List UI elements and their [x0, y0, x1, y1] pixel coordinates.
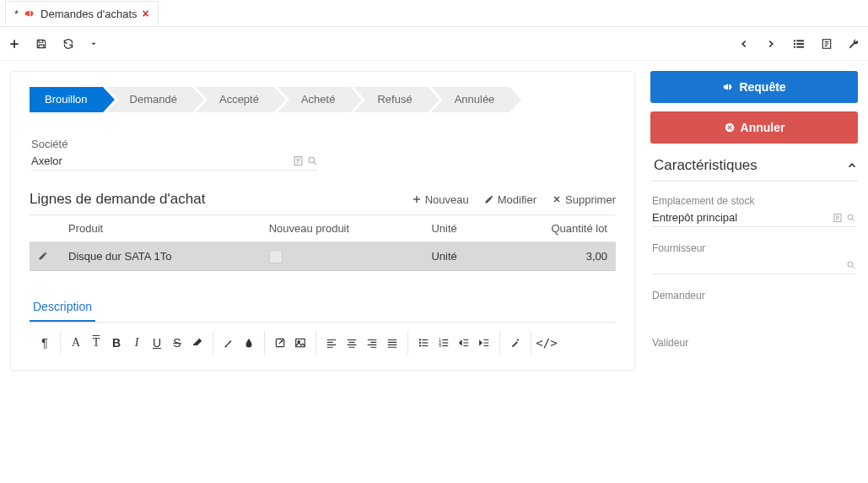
add-button[interactable]: [8, 38, 20, 50]
company-value: Axelor: [31, 155, 62, 167]
checkbox-new-product[interactable]: [269, 250, 283, 263]
cancel-button[interactable]: Annuler: [650, 111, 858, 144]
tab-title: Demandes d'achats: [40, 8, 137, 20]
svg-rect-15: [422, 342, 428, 343]
tab-dirty-marker: *: [14, 8, 19, 20]
italic-icon[interactable]: I: [127, 333, 147, 353]
tint-icon[interactable]: [239, 333, 259, 353]
main-toolbar: [0, 27, 868, 61]
cell-new-product: [261, 242, 423, 271]
align-center-icon[interactable]: [342, 333, 362, 353]
col-new-product[interactable]: Nouveau produit: [261, 215, 423, 242]
strikethrough-icon[interactable]: S: [167, 333, 187, 353]
svg-rect-0: [794, 40, 795, 41]
tab-purchase-requests[interactable]: * Demandes d'achats ×: [5, 1, 159, 25]
supplier-value-row[interactable]: [652, 256, 856, 274]
lines-edit-button[interactable]: Modifier: [484, 193, 536, 206]
svg-point-16: [419, 345, 421, 346]
delete-icon: [552, 194, 562, 204]
lines-header: Lignes de demande d'achat Nouveau Modifi…: [30, 191, 616, 208]
form-view-button[interactable]: [821, 38, 833, 50]
table-row[interactable]: Disque dur SATA 1To Unité 3,00: [30, 242, 616, 271]
prev-record-button[interactable]: [738, 38, 750, 50]
requester-label: Demandeur: [652, 290, 856, 301]
refresh-button[interactable]: [62, 38, 74, 50]
align-left-icon[interactable]: [321, 333, 342, 353]
richtext-toolbar: ¶ A T B I U S: [30, 331, 616, 355]
col-qty[interactable]: Quantité lot: [494, 215, 616, 242]
font-icon[interactable]: A: [66, 333, 86, 353]
brush-icon[interactable]: [218, 333, 239, 353]
bold-icon[interactable]: B: [106, 333, 127, 353]
col-product[interactable]: Produit: [60, 215, 261, 242]
lines-table: Produit Nouveau produit Unité Quantité l…: [30, 214, 616, 271]
svg-rect-2: [794, 43, 795, 45]
stock-location-label: Emplacement de stock: [652, 195, 856, 207]
indent-icon[interactable]: [474, 333, 494, 353]
main-card: Brouillon Demandé Accepté Acheté Refusé …: [10, 71, 635, 371]
list-ol-icon[interactable]: 123: [434, 333, 454, 353]
col-unit[interactable]: Unité: [423, 215, 493, 242]
content-area: Brouillon Demandé Accepté Acheté Refusé …: [0, 61, 868, 381]
stock-location-value-row[interactable]: Entrepôt principal: [652, 209, 856, 227]
align-right-icon[interactable]: [362, 333, 382, 353]
validator-value[interactable]: [652, 350, 856, 369]
step-requested[interactable]: Demandé: [106, 87, 192, 112]
more-dropdown[interactable]: [89, 40, 98, 48]
eraser-icon[interactable]: [187, 333, 208, 353]
table-header-row: Produit Nouveau produit Unité Quantité l…: [30, 215, 616, 242]
svg-rect-1: [796, 40, 804, 41]
lines-title: Lignes de demande d'achat: [30, 191, 205, 208]
list-ul-icon[interactable]: [413, 333, 434, 353]
svg-rect-4: [794, 46, 795, 47]
supplier-label: Fournisseur: [652, 242, 856, 254]
align-justify-icon[interactable]: [382, 333, 402, 353]
image-icon[interactable]: [290, 333, 310, 353]
pencil-icon: [484, 194, 494, 204]
svg-rect-19: [442, 339, 448, 339]
search-icon[interactable]: [846, 213, 856, 223]
code-icon[interactable]: </>: [536, 333, 557, 353]
svg-point-14: [419, 341, 421, 343]
link-icon[interactable]: [270, 333, 290, 353]
validator-label: Valideur: [652, 337, 856, 349]
tab-description[interactable]: Description: [30, 293, 95, 322]
lines-new-button[interactable]: Nouveau: [412, 193, 469, 206]
step-accepted[interactable]: Accepté: [196, 87, 274, 112]
open-record-icon[interactable]: [293, 155, 304, 166]
next-record-button[interactable]: [765, 38, 777, 50]
search-icon[interactable]: [307, 155, 318, 166]
svg-rect-21: [442, 342, 448, 343]
cell-qty: 3,00: [494, 242, 616, 271]
svg-point-27: [848, 262, 853, 267]
open-record-icon[interactable]: [833, 213, 843, 223]
save-button[interactable]: [35, 38, 47, 50]
row-edit-icon[interactable]: [30, 242, 60, 271]
app-tabbar: * Demandes d'achats ×: [0, 0, 868, 27]
cancel-icon: [724, 122, 736, 133]
close-icon[interactable]: ×: [143, 7, 149, 20]
search-icon[interactable]: [846, 260, 856, 270]
chevron-up-icon[interactable]: [846, 160, 858, 171]
characteristics-header[interactable]: Caractéristiques: [650, 152, 858, 182]
lines-delete-button[interactable]: Supprimer: [552, 193, 616, 206]
wrench-icon[interactable]: [848, 38, 860, 50]
cell-product: Disque dur SATA 1To: [60, 242, 261, 271]
step-cancelled[interactable]: Annulée: [431, 87, 510, 112]
company-label: Société: [31, 138, 614, 150]
magic-icon[interactable]: [505, 333, 526, 353]
request-button[interactable]: Requête: [650, 71, 858, 103]
step-draft[interactable]: Brouillon: [30, 87, 103, 112]
paragraph-icon[interactable]: ¶: [35, 333, 55, 353]
underline-icon[interactable]: U: [147, 333, 167, 353]
bullhorn-icon: [722, 81, 734, 93]
step-refused[interactable]: Refusé: [353, 87, 427, 112]
outdent-icon[interactable]: [454, 333, 474, 353]
plus-icon: [412, 194, 422, 204]
requester-value[interactable]: [652, 303, 856, 322]
company-value-row[interactable]: Axelor: [31, 152, 318, 171]
font-size-icon[interactable]: T: [86, 333, 106, 353]
list-view-button[interactable]: [792, 37, 806, 51]
step-purchased[interactable]: Acheté: [278, 87, 350, 112]
svg-text:3: 3: [439, 344, 441, 348]
